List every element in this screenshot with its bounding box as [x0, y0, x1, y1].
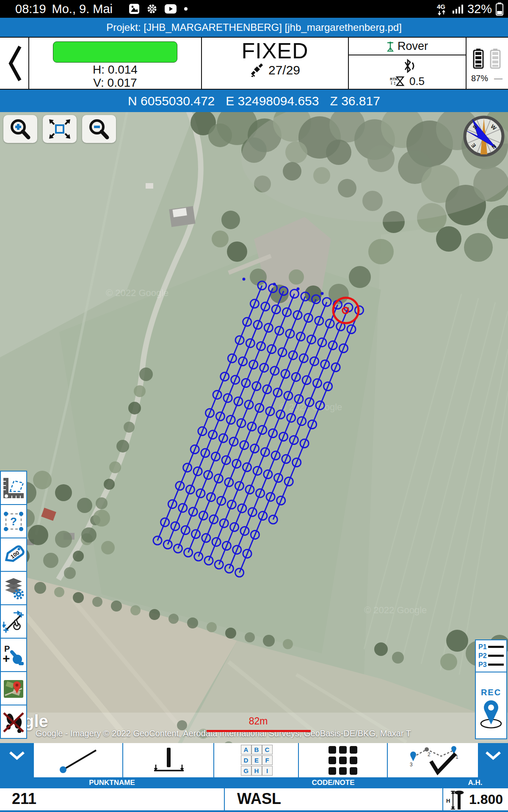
zoom-fit-button[interactable] — [43, 115, 77, 143]
coord-height: Z 36.817 — [330, 94, 380, 108]
basemap-button[interactable] — [0, 671, 27, 705]
date: Mo., 9. Mai — [52, 2, 113, 16]
collapse-left-button[interactable] — [0, 743, 34, 777]
chevron-down-icon — [8, 750, 26, 762]
bottom-toolbar: ABC DEF GHI 3 2 1 — [0, 743, 508, 777]
svg-text:© 2022 Google: © 2022 Google — [279, 402, 342, 412]
controller-battery-icon — [489, 48, 501, 69]
draw-line-button[interactable] — [34, 743, 123, 777]
preset-p1[interactable]: P1 — [478, 642, 504, 651]
numpad-button[interactable] — [299, 743, 388, 777]
battery-percent: 32% — [467, 2, 492, 16]
scale-bar-label: 82m — [216, 716, 301, 727]
preset-p2[interactable]: P2 — [478, 651, 504, 660]
code-keyboard-button[interactable]: ABC DEF GHI — [214, 743, 299, 777]
svg-text:2: 2 — [428, 752, 431, 757]
map-tool-column: ? 100 — [0, 471, 27, 739]
project-title: Projekt: [JHB_MARGARETHENBERG] [jhb_marg… — [106, 22, 402, 33]
snap-to-line-button[interactable] — [0, 604, 27, 639]
hrms-value: H: 0.014 — [93, 63, 138, 76]
battery-panel[interactable]: 87% — — [467, 38, 507, 89]
record-panel: P1 P2 P3 REC — [475, 639, 507, 739]
point-presets: P1 P2 P3 — [476, 640, 506, 672]
coord-north: N 6055030.472 — [128, 94, 215, 108]
zoom-in-icon — [7, 117, 33, 141]
add-point-manual-icon: P + — [3, 644, 25, 666]
device-mode: Rover — [398, 40, 428, 53]
bluetooth-icon — [398, 58, 416, 74]
unknown-point-icon: ? — [3, 510, 25, 532]
receiver-battery-icon — [472, 48, 484, 69]
field-label-bar: PUNKTNAME CODE/NOTE A.H. — [0, 777, 508, 788]
layers-settings-button[interactable] — [0, 571, 27, 605]
rec-label: REC — [481, 688, 501, 697]
antenna-height-icon: H — [446, 789, 466, 810]
compass-rose[interactable]: S W E N — [463, 115, 505, 157]
vrms-value: V: 0.017 — [93, 77, 137, 89]
label-ah: A.H. — [442, 779, 508, 787]
video-notification-icon — [164, 4, 177, 14]
tracking-off-button[interactable] — [0, 705, 27, 739]
accuracy-panel[interactable]: H: 0.014 V: 0.017 — [29, 38, 202, 89]
label-code-note: CODE/NOTE — [224, 779, 442, 787]
rtk-age-value: 0.5 — [409, 75, 425, 88]
project-title-bar: Projekt: [JHB_MARGARETHENBERG] [jhb_marg… — [0, 18, 508, 37]
coordinate-bar: N 6055030.472 E 32498094.653 Z 36.817 — [0, 90, 508, 112]
antenna-height-button[interactable] — [123, 743, 214, 777]
survey-sequence-button[interactable]: 3 2 1 — [388, 743, 478, 777]
zoom-in-button[interactable] — [3, 115, 37, 143]
zoom-out-button[interactable] — [82, 115, 116, 143]
numpad-icon — [329, 746, 357, 775]
zoom-out-icon — [86, 117, 112, 141]
scale-bar — [207, 730, 311, 732]
svg-text:↧↥: ↧↥ — [390, 81, 396, 85]
google-logo: gle — [24, 712, 48, 731]
record-point-button[interactable]: REC — [476, 672, 506, 730]
collapse-right-button[interactable] — [478, 743, 508, 777]
signal-strength-icon — [452, 3, 464, 14]
scale-100-tag-icon: 100 — [3, 544, 25, 566]
satellite-icon — [250, 63, 264, 77]
label-punktname: PUNKTNAME — [0, 779, 224, 787]
svg-text:© 2022 Google: © 2022 Google — [106, 288, 168, 298]
network-4g-icon: 4G — [436, 2, 449, 16]
measure-area-button[interactable] — [0, 471, 27, 505]
unknown-point-button[interactable]: ? — [0, 504, 27, 538]
rtk-age-icon: RTK ↧↥ — [390, 75, 407, 88]
battery-icon — [495, 2, 504, 16]
gallery-notification-icon — [129, 3, 140, 14]
svg-text:4G: 4G — [437, 3, 445, 10]
preset-p3[interactable]: P3 — [478, 660, 504, 669]
back-button[interactable] — [0, 38, 29, 89]
satellite-imagery: © 2022 Google © 2022 Google © 2022 Googl… — [0, 112, 508, 743]
rover-antenna-icon — [387, 41, 394, 52]
measure-area-icon — [3, 477, 25, 499]
code-value[interactable]: WASL — [237, 790, 281, 808]
fix-status-panel[interactable]: FIXED 27/29 — [202, 38, 349, 89]
layers-settings-icon — [3, 577, 25, 599]
chevron-down-icon — [484, 750, 502, 762]
survey-check-icon: 3 2 1 — [406, 744, 460, 776]
back-chevron-icon — [6, 42, 22, 85]
svg-text:H: H — [446, 798, 450, 804]
tracking-off-icon — [3, 711, 25, 733]
add-point-manual-button[interactable]: P + — [0, 638, 27, 672]
abc-keyboard-icon: ABC DEF GHI — [241, 745, 272, 776]
settings-notification-icon — [146, 3, 157, 14]
svg-text:3: 3 — [410, 762, 413, 768]
gnss-status-header: H: 0.014 V: 0.017 FIXED 27/29 — [0, 37, 508, 90]
basemap-icon — [3, 678, 25, 700]
map-view[interactable]: © 2022 Google © 2022 Google © 2022 Googl… — [0, 112, 508, 743]
android-status-bar: 08:19 Mo., 9. Mai 4G 32% — [0, 0, 508, 18]
receiver-panel[interactable]: Rover RTK ↧↥ 0.5 — [349, 38, 467, 89]
record-pin-icon — [478, 697, 504, 730]
accuracy-status-bar — [53, 41, 177, 63]
svg-text:?: ? — [10, 515, 17, 528]
bottom-accent-strip — [0, 810, 508, 812]
antenna-height-value[interactable]: 1.800 — [469, 792, 503, 807]
point-name-value[interactable]: 211 — [12, 790, 36, 808]
scale-100-button[interactable]: 100 — [0, 538, 27, 572]
satellite-count: 27/29 — [268, 63, 300, 77]
field-value-row: 211 WASL H 1.800 — [0, 788, 508, 810]
coord-east: E 32498094.653 — [226, 94, 319, 108]
